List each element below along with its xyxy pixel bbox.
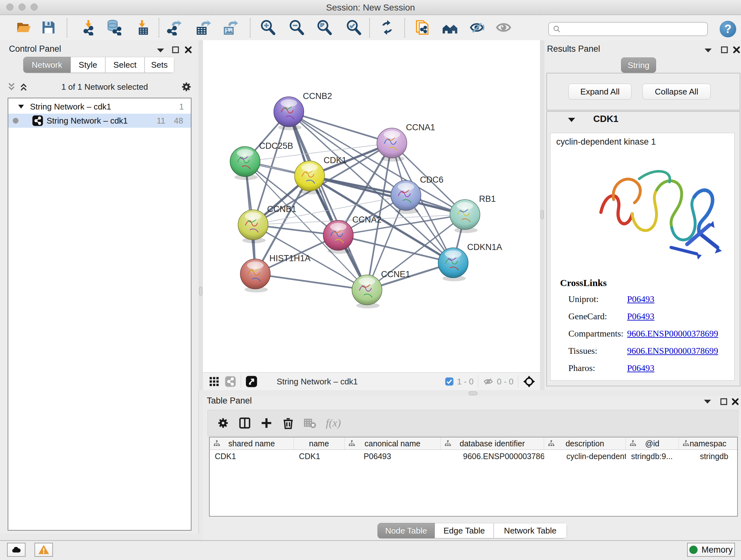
network-node-CCNA1[interactable]: CCNA1 (377, 123, 435, 162)
cell-description[interactable]: cyclin-dependent ... (544, 450, 626, 462)
network-options-gear-icon[interactable] (181, 81, 192, 92)
undock-panel-icon[interactable] (720, 398, 728, 406)
tab-select[interactable]: Select (105, 57, 145, 73)
network-node-HIST1H1A[interactable]: HIST1H1A (240, 253, 311, 293)
network-graph[interactable]: CCNB2 CCNA1 CDC25B (203, 40, 540, 372)
float-panel-icon[interactable] (156, 48, 165, 53)
clone-network-icon[interactable] (414, 19, 430, 36)
crosslink-tissues-link[interactable]: 9606.ENSP00000378699 (627, 346, 718, 356)
expand-all-button[interactable]: Expand All (568, 84, 631, 100)
splitter-handle[interactable] (541, 210, 544, 219)
create-column-icon[interactable] (260, 417, 273, 429)
column-header-canonical-name[interactable]: canonical name (345, 437, 441, 449)
network-view-icon[interactable] (225, 376, 236, 387)
import-network-icon[interactable] (80, 19, 96, 36)
horizontal-splitter[interactable] (203, 390, 741, 396)
column-header-description[interactable]: description (544, 437, 626, 449)
function-builder-icon[interactable]: f(x) (326, 417, 341, 429)
zoom-out-icon[interactable] (289, 19, 305, 36)
vertical-splitter-left[interactable] (199, 40, 203, 390)
close-panel-icon[interactable] (185, 46, 192, 54)
tab-string[interactable]: String (621, 57, 656, 73)
cell-name[interactable]: CDK1 (294, 450, 345, 462)
network-canvas[interactable]: CCNB2 CCNA1 CDC25B (203, 40, 540, 372)
save-session-icon[interactable] (41, 19, 57, 36)
open-session-icon[interactable] (16, 19, 32, 36)
collection-expand-icon[interactable] (18, 105, 24, 109)
table-options-gear-icon[interactable] (217, 417, 229, 429)
tab-network-table[interactable]: Network Table (494, 523, 567, 538)
vertical-splitter-right[interactable] (540, 40, 544, 390)
import-network-from-database-icon[interactable] (106, 19, 122, 36)
network-edge[interactable] (289, 112, 367, 290)
cell-id[interactable]: stringdb:9... (626, 450, 679, 462)
gene-collapse-icon[interactable] (568, 118, 576, 122)
collapse-all-icon[interactable] (6, 82, 17, 92)
float-panel-icon[interactable] (703, 399, 712, 404)
undock-panel-icon[interactable] (172, 46, 179, 54)
help-button[interactable]: ? (720, 21, 736, 37)
search-field[interactable] (548, 22, 708, 36)
warnings-button[interactable] (35, 543, 53, 557)
show-graphics-details-icon[interactable] (495, 19, 512, 36)
column-header-name[interactable]: name (294, 437, 345, 449)
crosslink-pharos-link[interactable]: P06493 (627, 363, 655, 373)
hidden-eye-icon[interactable] (483, 377, 494, 386)
fit-content-target-icon[interactable] (523, 375, 536, 388)
network-row-selected[interactable]: String Network – cdk1 11 48 (8, 114, 191, 128)
delete-table-icon[interactable] (304, 417, 316, 429)
tab-sets[interactable]: Sets (145, 57, 174, 73)
network-edge[interactable] (338, 235, 453, 263)
zoom-fit-icon[interactable] (317, 19, 333, 36)
hide-graphics-details-icon[interactable] (469, 19, 485, 36)
expand-all-icon[interactable] (18, 82, 29, 92)
collapse-all-button[interactable]: Collapse All (643, 84, 711, 100)
grid-view-icon[interactable] (209, 376, 219, 387)
cell-database-identifier[interactable]: 9606.ENSP00000378699 (441, 450, 544, 462)
network-node-CCNB1[interactable]: CCNB1 (238, 204, 296, 243)
refresh-icon[interactable] (379, 19, 395, 36)
show-columns-icon[interactable] (239, 417, 251, 429)
splitter-handle[interactable] (468, 391, 477, 395)
column-header-id[interactable]: @id (626, 437, 679, 449)
export-image-icon[interactable] (222, 19, 239, 36)
import-table-icon[interactable] (134, 19, 150, 36)
search-input[interactable] (563, 24, 702, 34)
undock-panel-icon[interactable] (721, 46, 728, 54)
zoom-selected-icon[interactable] (346, 19, 362, 36)
export-network-icon[interactable] (166, 19, 182, 36)
detach-view-icon[interactable] (246, 375, 258, 388)
zoom-in-icon[interactable] (260, 19, 276, 36)
column-header-shared-name[interactable]: shared name (210, 437, 294, 449)
cell-namespace[interactable]: stringdb (679, 450, 737, 462)
crosslink-genecard-link[interactable]: P06493 (627, 311, 655, 321)
tab-node-table[interactable]: Node Table (378, 523, 434, 538)
network-node-RB1[interactable]: RB1 (450, 194, 496, 233)
cloud-button[interactable] (7, 543, 25, 557)
tab-network[interactable]: Network (23, 57, 71, 73)
export-table-icon[interactable] (195, 19, 211, 36)
splitter-handle[interactable] (199, 287, 202, 296)
selected-checkbox-icon[interactable] (445, 377, 454, 386)
close-panel-icon[interactable] (733, 46, 740, 54)
gene-detail-card: cyclin-dependent kinase 1 (550, 133, 735, 381)
network-edge[interactable] (289, 112, 392, 143)
close-panel-icon[interactable] (731, 398, 739, 406)
float-panel-icon[interactable] (704, 48, 712, 53)
tab-style[interactable]: Style (71, 57, 105, 73)
network-edge[interactable] (255, 274, 367, 290)
cell-canonical-name[interactable]: P06493 (344, 450, 441, 462)
memory-button[interactable]: Memory (687, 543, 735, 557)
crosslink-compartments-link[interactable]: 9606.ENSP00000378699 (627, 328, 718, 339)
first-neighbors-icon[interactable] (442, 19, 458, 36)
delete-column-icon[interactable] (282, 417, 294, 429)
column-header-namespace[interactable]: namespac (679, 437, 737, 449)
cell-shared-name[interactable]: CDK1 (210, 450, 294, 462)
column-header-database-identifier[interactable]: database identifier (441, 437, 544, 449)
table-row[interactable]: CDK1 CDK1 P06493 9606.ENSP00000378699 cy… (210, 450, 737, 462)
node-table[interactable]: shared name name canonical name database… (209, 437, 738, 516)
network-collection-row[interactable]: String Network – cdk1 1 (8, 100, 191, 114)
tab-edge-table[interactable]: Edge Table (434, 523, 494, 538)
crosslink-uniprot-link[interactable]: P06493 (627, 294, 655, 304)
network-node-CDKN1A[interactable]: CDKN1A (438, 242, 502, 281)
